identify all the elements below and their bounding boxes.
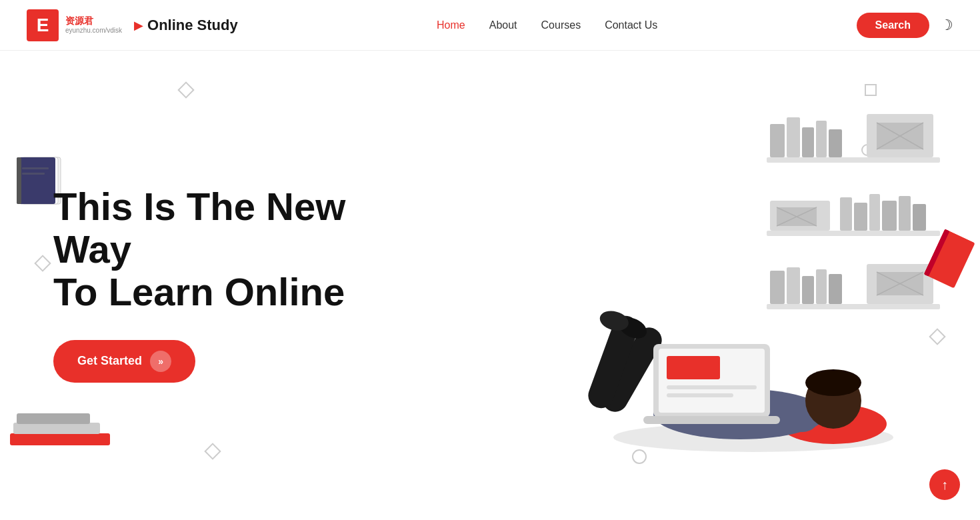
svg-rect-55: [667, 393, 733, 397]
svg-rect-13: [787, 117, 800, 157]
svg-rect-2: [17, 157, 55, 204]
person-illustration: [587, 211, 920, 467]
svg-rect-16: [829, 129, 842, 157]
square-icon-1: [865, 84, 877, 96]
moon-icon: ☽: [940, 17, 953, 34]
hero-title: This Is The New Way To Learn Online: [53, 185, 427, 313]
hero-title-line1: This Is The New Way: [53, 185, 345, 271]
svg-rect-6: [10, 433, 110, 445]
svg-rect-54: [667, 385, 757, 389]
svg-rect-12: [770, 124, 785, 157]
logo-url: eyunzhu.com/vdisk: [65, 27, 122, 35]
books-stack-svg: [7, 408, 113, 448]
scroll-top-button[interactable]: ↑: [929, 469, 960, 500]
diamond-icon-1: [177, 81, 194, 98]
scroll-top-icon: ↑: [941, 477, 948, 493]
logo-letter: E: [27, 9, 59, 41]
svg-rect-9: [767, 157, 940, 163]
diamond-icon-3: [204, 443, 221, 459]
search-button[interactable]: Search: [857, 13, 929, 38]
navbar-actions: Search ☽: [857, 13, 953, 38]
svg-rect-8: [17, 413, 90, 424]
arrow-icon: »: [150, 351, 171, 372]
nav-home[interactable]: Home: [437, 19, 465, 31]
cta-label: Get Started: [77, 354, 142, 368]
logo-link[interactable]: E 资源君 eyunzhu.com/vdisk ▶ Online Study: [27, 9, 238, 41]
svg-point-45: [805, 369, 861, 396]
logo-chinese: 资源君: [65, 15, 122, 27]
nav-links: Home About Courses Contact Us: [437, 19, 657, 31]
nav-about[interactable]: About: [489, 19, 517, 31]
flag-icon: ▶: [134, 18, 143, 33]
svg-rect-14: [802, 127, 814, 157]
logo-flag: ▶ Online Study: [134, 17, 238, 34]
navbar: E 资源君 eyunzhu.com/vdisk ▶ Online Study H…: [0, 0, 980, 51]
diamond-icon-2: [34, 255, 51, 271]
hero-title-line2: To Learn Online: [53, 270, 345, 313]
svg-rect-7: [13, 423, 100, 434]
svg-rect-56: [643, 416, 780, 424]
dark-mode-button[interactable]: ☽: [940, 17, 953, 34]
nav-courses[interactable]: Courses: [541, 19, 581, 31]
hero-content: This Is The New Way To Learn Online Get …: [53, 185, 427, 382]
person-svg: [587, 211, 920, 464]
svg-rect-4: [22, 173, 45, 175]
site-name: Online Study: [147, 17, 238, 34]
hero-section: This Is The New Way To Learn Online Get …: [0, 51, 980, 517]
nav-contact[interactable]: Contact Us: [605, 19, 657, 31]
svg-rect-5: [17, 157, 21, 204]
books-stack-decoration: [7, 408, 113, 451]
svg-rect-15: [816, 121, 827, 157]
section-hint: OUR SPECIAL COURSES: [0, 517, 980, 520]
svg-rect-3: [22, 167, 49, 169]
get-started-button[interactable]: Get Started »: [53, 340, 195, 383]
svg-rect-53: [667, 356, 720, 379]
